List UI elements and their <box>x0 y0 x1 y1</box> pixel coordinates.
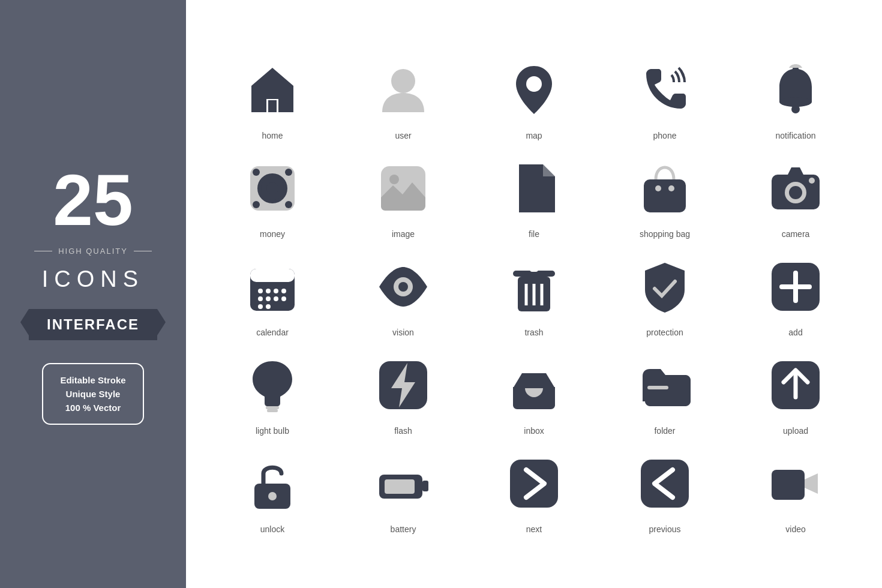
svg-rect-57 <box>510 460 558 508</box>
icon-item-image: image <box>341 152 466 239</box>
svg-rect-58 <box>641 460 689 508</box>
icon-item-next: next <box>472 448 596 534</box>
icon-item-map: map <box>472 54 596 140</box>
icon-item-user: user <box>341 54 466 140</box>
svg-point-29 <box>266 296 271 301</box>
icon-item-battery: battery <box>341 448 466 534</box>
upload-icon <box>760 349 832 421</box>
camera-icon <box>760 152 832 224</box>
svg-point-7 <box>253 169 260 176</box>
camera-label: camera <box>782 229 810 239</box>
home-label: home <box>262 131 283 140</box>
next-icon <box>498 448 570 520</box>
icon-item-light-bulb: light bulb <box>210 349 335 436</box>
category-banner: INTERFACE <box>29 309 157 340</box>
svg-point-18 <box>789 186 802 199</box>
svg-point-6 <box>266 182 278 194</box>
svg-point-0 <box>391 69 415 93</box>
icons-label: ICONS <box>42 266 144 292</box>
vision-label: vision <box>392 328 414 337</box>
svg-point-32 <box>258 304 263 309</box>
icon-item-camera: camera <box>733 152 858 239</box>
hq-label: HIGH QUALITY <box>34 247 152 256</box>
folder-icon <box>629 349 701 421</box>
battery-label: battery <box>391 524 416 534</box>
svg-rect-55 <box>385 479 415 494</box>
icon-item-notification: notification <box>733 54 858 140</box>
light-bulb-label: light bulb <box>256 426 289 436</box>
inbox-icon <box>498 349 570 421</box>
svg-point-24 <box>258 289 263 293</box>
svg-rect-45 <box>266 406 279 409</box>
battery-icon <box>367 448 439 520</box>
icon-item-video: video <box>733 448 858 534</box>
flash-icon <box>367 349 439 421</box>
left-panel: 25 HIGH QUALITY ICONS INTERFACE Editable… <box>0 0 186 588</box>
svg-rect-59 <box>772 470 805 500</box>
icon-item-protection: protection <box>602 251 727 337</box>
user-icon <box>367 54 439 126</box>
home-icon <box>236 54 308 126</box>
icon-item-unlock: unlock <box>210 448 335 534</box>
svg-rect-46 <box>267 409 278 412</box>
inbox-label: inbox <box>524 426 544 436</box>
icon-item-file: file <box>472 152 596 239</box>
map-icon <box>498 54 570 126</box>
svg-point-3 <box>791 105 800 113</box>
svg-point-30 <box>274 296 278 301</box>
icon-item-upload: upload <box>733 349 858 436</box>
svg-point-33 <box>266 304 271 309</box>
icon-item-vision: vision <box>341 251 466 337</box>
add-icon <box>760 251 832 323</box>
icon-item-phone: phone <box>602 54 727 140</box>
icon-item-add: add <box>733 251 858 337</box>
video-icon <box>760 448 832 520</box>
svg-point-28 <box>258 296 263 301</box>
icon-grid: home user map <box>210 54 858 534</box>
icon-item-folder: folder <box>602 349 727 436</box>
icon-item-trash: trash <box>472 251 596 337</box>
svg-point-9 <box>253 201 260 208</box>
previous-icon <box>629 448 701 520</box>
svg-point-12 <box>389 175 399 184</box>
previous-label: previous <box>649 524 681 534</box>
shopping-bag-label: shopping bag <box>640 229 690 239</box>
svg-point-1 <box>526 76 542 92</box>
trash-icon <box>498 251 570 323</box>
protection-icon <box>629 251 701 323</box>
next-label: next <box>526 524 542 534</box>
calendar-label: calendar <box>256 328 289 337</box>
svg-point-15 <box>668 185 674 191</box>
svg-point-8 <box>285 169 292 176</box>
svg-rect-56 <box>422 481 428 491</box>
notification-icon <box>760 54 832 126</box>
features-box: Editable Stroke Unique Style 100 % Vecto… <box>42 363 143 425</box>
flash-label: flash <box>394 426 412 436</box>
add-label: add <box>788 328 802 337</box>
phone-label: phone <box>653 131 677 140</box>
shopping-bag-icon <box>629 152 701 224</box>
right-panel: home user map <box>186 0 882 588</box>
icon-item-flash: flash <box>341 349 466 436</box>
phone-icon <box>629 54 701 126</box>
file-label: file <box>529 229 539 239</box>
svg-point-53 <box>268 492 277 500</box>
svg-point-26 <box>274 289 278 293</box>
image-icon <box>367 152 439 224</box>
light-bulb-icon <box>236 349 308 421</box>
map-label: map <box>526 131 542 140</box>
svg-rect-38 <box>530 265 538 272</box>
icon-item-calendar: calendar <box>210 251 335 337</box>
svg-rect-48 <box>513 387 555 388</box>
svg-rect-13 <box>644 179 686 212</box>
folder-label: folder <box>654 426 675 436</box>
money-label: money <box>260 229 285 239</box>
calendar-icon <box>236 251 308 323</box>
svg-rect-21 <box>250 269 295 282</box>
big-number: 25 <box>53 164 133 236</box>
icon-item-shopping-bag: shopping bag <box>602 152 727 239</box>
upload-label: upload <box>783 426 808 436</box>
feature-2: Unique Style <box>60 389 125 399</box>
svg-point-14 <box>655 185 661 191</box>
feature-1: Editable Stroke <box>60 375 125 385</box>
